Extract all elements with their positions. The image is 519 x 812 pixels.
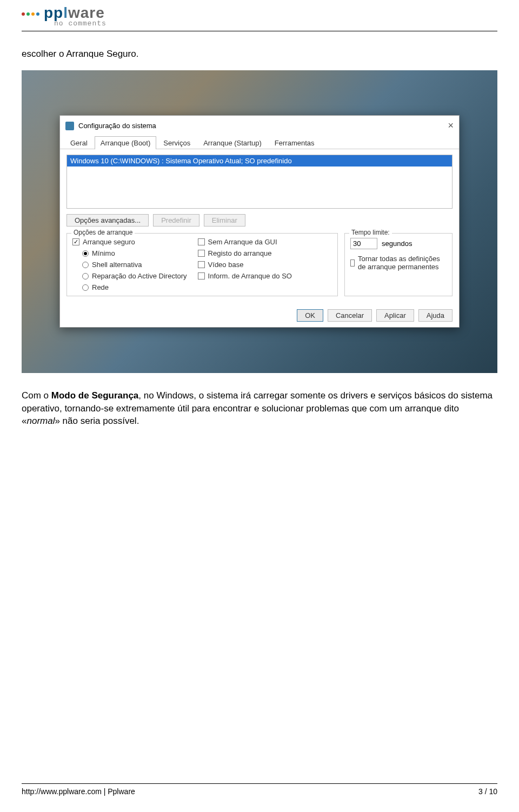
article-body: escolher o Arranque Seguro. <box>22 48 497 61</box>
page-number: 3 / 10 <box>478 787 497 796</box>
checkbox-icon <box>198 238 205 245</box>
group-label: Opções de arranque <box>71 229 135 236</box>
option-label: Sem Arranque da GUI <box>208 238 277 246</box>
advanced-options-button[interactable]: Opções avançadas... <box>66 214 149 227</box>
tab-servicos[interactable]: Serviços <box>157 136 196 149</box>
option-label: Vídeo base <box>208 261 244 269</box>
logo-tagline: no comments <box>54 19 497 28</box>
delete-button: Eliminar <box>204 214 245 227</box>
checkbox-icon <box>350 259 355 267</box>
os-boot-info-checkbox[interactable]: Inform. de Arranque do SO <box>198 272 292 280</box>
reset-default-button: Predefinir <box>153 214 199 227</box>
cancel-button[interactable]: Cancelar <box>328 309 372 322</box>
text-run: Com o <box>22 390 51 401</box>
radio-icon <box>82 273 89 279</box>
checkbox-icon <box>198 261 205 268</box>
os-entry-selected[interactable]: Windows 10 (C:\WINDOWS) : Sistema Operat… <box>67 155 452 167</box>
tab-ferramentas[interactable]: Ferramentas <box>269 136 321 149</box>
dialog-titlebar: Configuração do sistema × <box>60 116 459 136</box>
ok-button[interactable]: OK <box>297 309 323 322</box>
minimal-radio[interactable]: Mínimo <box>82 249 187 257</box>
dialog-tabs: Geral Arranque (Boot) Serviços Arranque … <box>60 136 459 149</box>
os-listbox[interactable]: Windows 10 (C:\WINDOWS) : Sistema Operat… <box>66 155 453 209</box>
ad-repair-radio[interactable]: Reparação do Active Directory <box>82 272 187 280</box>
option-label: Inform. de Arranque do SO <box>208 272 292 280</box>
make-permanent-checkbox[interactable]: Tornar todas as definições de arranque p… <box>350 255 447 271</box>
checkbox-icon <box>198 250 205 257</box>
site-logo: pplware no comments <box>22 0 497 28</box>
logo-part: pp <box>44 4 63 21</box>
msconfig-dialog: Configuração do sistema × Geral Arranque… <box>59 115 460 328</box>
close-icon[interactable]: × <box>448 120 454 131</box>
option-label: Arranque seguro <box>83 238 135 246</box>
radio-icon <box>82 250 89 257</box>
article-body: Com o Modo de Segurança, no Windows, o s… <box>22 389 497 428</box>
tab-arranque-startup[interactable]: Arranque (Startup) <box>197 136 268 149</box>
network-radio[interactable]: Rede <box>82 283 187 291</box>
tab-geral[interactable]: Geral <box>64 136 94 149</box>
safe-boot-checkbox[interactable]: Arranque seguro <box>72 238 187 246</box>
app-icon <box>65 122 74 130</box>
option-label: Mínimo <box>92 249 115 257</box>
header-divider <box>22 31 497 31</box>
text-run: » não seria possível. <box>55 416 139 426</box>
page-footer: http://www.pplware.com | Pplware 3 / 10 <box>22 787 497 801</box>
base-video-checkbox[interactable]: Vídeo base <box>198 261 292 269</box>
timeout-group: Tempo limite: segundos Tornar todas as d… <box>344 233 453 296</box>
footer-source: http://www.pplware.com | Pplware <box>22 787 135 796</box>
tab-arranque-boot[interactable]: Arranque (Boot) <box>95 136 157 149</box>
dialog-title: Configuração do sistema <box>78 122 156 130</box>
footer-divider <box>22 783 497 784</box>
logo-dot-icon <box>36 12 39 16</box>
option-label: Shell alternativa <box>92 261 142 269</box>
timeout-unit: segundos <box>382 239 412 248</box>
boot-log-checkbox[interactable]: Registo do arranque <box>198 249 292 257</box>
text-bold: Modo de Segurança <box>51 390 139 401</box>
no-gui-checkbox[interactable]: Sem Arranque da GUI <box>198 238 292 246</box>
radio-icon <box>82 262 89 268</box>
option-label: Reparação do Active Directory <box>92 272 187 280</box>
text-italic: normal <box>26 416 55 426</box>
logo-part: l <box>63 4 68 21</box>
screenshot-figure: Configuração do sistema × Geral Arranque… <box>22 70 497 373</box>
radio-icon <box>82 284 89 291</box>
option-label: Tornar todas as definições de arranque p… <box>358 255 447 271</box>
paragraph: escolher o Arranque Seguro. <box>22 48 497 61</box>
logo-part: ware <box>68 4 105 21</box>
option-label: Rede <box>92 283 109 291</box>
option-label: Registo do arranque <box>208 249 272 257</box>
timeout-input[interactable] <box>350 238 377 249</box>
group-label: Tempo limite: <box>349 229 392 236</box>
apply-button[interactable]: Aplicar <box>376 309 414 322</box>
altshell-radio[interactable]: Shell alternativa <box>82 261 187 269</box>
paragraph: Com o Modo de Segurança, no Windows, o s… <box>22 389 497 428</box>
logo-dot-icon <box>22 12 25 16</box>
boot-options-group: Opções de arranque Arranque seguro Mínim… <box>66 233 338 296</box>
checkbox-icon <box>72 238 79 245</box>
help-button[interactable]: Ajuda <box>418 309 453 322</box>
checkbox-icon <box>198 272 205 279</box>
logo-dot-icon <box>26 12 30 16</box>
logo-dot-icon <box>31 12 35 16</box>
